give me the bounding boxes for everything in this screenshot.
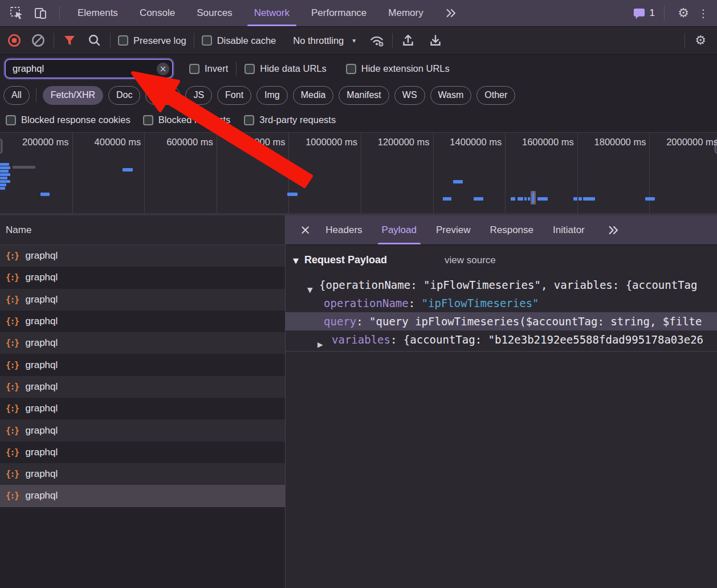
import-har-icon[interactable] [398, 31, 418, 50]
waterfall-bar [0, 166, 10, 169]
request-name: graphql [26, 360, 58, 371]
json-braces-icon: {:} [6, 272, 19, 283]
request-payload-section[interactable]: ▼ Request Payload view source [286, 251, 717, 272]
request-name: graphql [26, 250, 58, 262]
request-name: graphql [26, 381, 58, 393]
request-row[interactable]: {:}graphql [0, 267, 285, 288]
divider [392, 33, 393, 48]
request-row[interactable]: {:}graphql [0, 419, 285, 441]
request-row[interactable]: {:}graphql [0, 311, 285, 332]
tab-console[interactable]: Console [129, 0, 186, 26]
json-braces-icon: {:} [6, 338, 19, 348]
payload-tree-row[interactable]: query: "query ipFlowTimeseries($accountT… [286, 312, 717, 330]
blocked-response-cookies-checkbox[interactable] [6, 115, 16, 125]
search-icon[interactable] [85, 31, 104, 50]
network-overview-timeline[interactable]: 200000 ms400000 ms600000 ms800000 ms1000… [0, 132, 717, 215]
type-chip-media[interactable]: Media [293, 86, 334, 105]
request-list: {:}graphql{:}graphql{:}graphql{:}graphql… [0, 245, 285, 507]
filter-icon[interactable] [60, 31, 79, 50]
payload-tree: ▼{operationName: "ipFlowTimeseries", var… [286, 276, 717, 349]
payload-tree-row[interactable]: ▼{operationName: "ipFlowTimeseries", var… [286, 276, 717, 294]
tab-network[interactable]: Network [243, 0, 300, 26]
divider [36, 88, 36, 102]
type-chip-img[interactable]: Img [256, 86, 288, 105]
request-name: graphql [26, 490, 58, 501]
request-name: graphql [26, 316, 58, 327]
type-chip-js[interactable]: JS [185, 86, 212, 105]
tab-initiator[interactable]: Initiator [543, 215, 594, 244]
network-settings-icon[interactable]: ⚙ [691, 31, 710, 50]
more-tabs-icon[interactable] [434, 0, 469, 26]
record-network-log-icon[interactable] [5, 31, 24, 50]
throttling-dropdown[interactable]: No throttling ▼ [293, 35, 357, 46]
type-chip-other[interactable]: Other [476, 86, 515, 105]
request-row[interactable]: {:}graphql [0, 485, 285, 507]
request-row[interactable]: {:}graphql [0, 245, 285, 267]
type-chip-fetch-xhr[interactable]: Fetch/XHR [43, 86, 103, 105]
tab-performance[interactable]: Performance [300, 0, 377, 26]
tab-headers[interactable]: Headers [316, 215, 372, 244]
payload-row-text: {operationName: "ipFlowTimeseries", vari… [319, 276, 697, 294]
filter-input[interactable] [5, 59, 173, 79]
device-toolbar-icon[interactable] [28, 2, 52, 24]
tab-memory[interactable]: Memory [377, 0, 434, 26]
json-braces-icon: {:} [6, 251, 19, 261]
third-party-requests-checkbox[interactable] [244, 115, 254, 125]
divider [685, 33, 685, 48]
hide-data-urls-checkbox[interactable] [245, 64, 255, 74]
request-name: graphql [26, 425, 58, 436]
request-list-panel: Name {:}graphql{:}graphql{:}graphql{:}gr… [0, 215, 286, 588]
settings-icon[interactable]: ⚙ [671, 2, 695, 24]
preserve-log-checkbox[interactable] [118, 35, 128, 46]
issues-indicator[interactable]: 1 [633, 7, 655, 20]
clear-network-log-icon[interactable] [28, 31, 48, 50]
request-row[interactable]: {:}graphql [0, 354, 285, 375]
export-har-icon[interactable] [426, 31, 445, 50]
blocked-requests-checkbox[interactable] [143, 115, 153, 125]
more-detail-tabs-icon[interactable] [598, 215, 630, 244]
tab-response[interactable]: Response [480, 215, 543, 244]
request-row[interactable]: {:}graphql [0, 332, 285, 354]
type-chip-font[interactable]: Font [217, 86, 251, 105]
menu-kebab-icon[interactable]: ⋮ [695, 2, 711, 24]
type-chip-doc[interactable]: Doc [108, 86, 140, 105]
request-row[interactable]: {:}graphql [0, 442, 285, 463]
hide-extension-urls-checkbox[interactable] [346, 64, 356, 74]
request-row[interactable]: {:}graphql [0, 463, 285, 485]
payload-content: ▼ Request Payload view source ▼{operatio… [286, 245, 717, 588]
clear-filter-icon[interactable]: × [157, 63, 169, 75]
view-source-link[interactable]: view source [445, 255, 496, 266]
request-row[interactable]: {:}graphql [0, 398, 285, 419]
time-label: 600000 ms [144, 137, 213, 148]
time-label: 1800000 ms [577, 137, 646, 148]
triangle-right-icon[interactable]: ▶ [317, 336, 323, 349]
json-braces-icon: {:} [6, 491, 19, 501]
close-icon[interactable]: × [300, 223, 311, 236]
tab-payload[interactable]: Payload [372, 215, 426, 244]
more-filters-row: Blocked response cookies Blocked request… [0, 108, 717, 132]
waterfall-bar [518, 197, 523, 201]
network-toolbar: Preserve log Disable cache No throttling… [0, 27, 717, 55]
disable-cache-checkbox[interactable] [202, 35, 212, 46]
invert-checkbox[interactable] [189, 64, 199, 74]
payload-tree-row[interactable]: ▶variables: {accountTag: "b12e3b2192ee55… [286, 330, 717, 349]
tab-sources[interactable]: Sources [186, 0, 243, 26]
payload-tree-row[interactable]: operationName: "ipFlowTimeseries" [286, 294, 717, 312]
tab-elements[interactable]: Elements [67, 0, 129, 26]
request-row[interactable]: {:}graphql [0, 289, 285, 311]
name-column-header[interactable]: Name [0, 215, 285, 245]
type-chip-wasm[interactable]: Wasm [430, 86, 472, 105]
waterfall-bar [287, 193, 298, 196]
type-chip-css[interactable]: CSS [145, 86, 180, 105]
triangle-down-icon[interactable]: ▼ [307, 281, 313, 294]
type-chip-manifest[interactable]: Manifest [339, 86, 389, 105]
json-braces-icon: {:} [6, 403, 19, 414]
type-chip-ws[interactable]: WS [394, 86, 425, 105]
inspect-element-icon[interactable] [5, 2, 28, 24]
waterfall-bar [583, 197, 595, 201]
request-row[interactable]: {:}graphql [0, 376, 285, 398]
tab-preview[interactable]: Preview [426, 215, 480, 244]
network-conditions-icon[interactable] [367, 31, 386, 50]
type-chip-all[interactable]: All [3, 86, 30, 105]
divider [110, 33, 111, 48]
